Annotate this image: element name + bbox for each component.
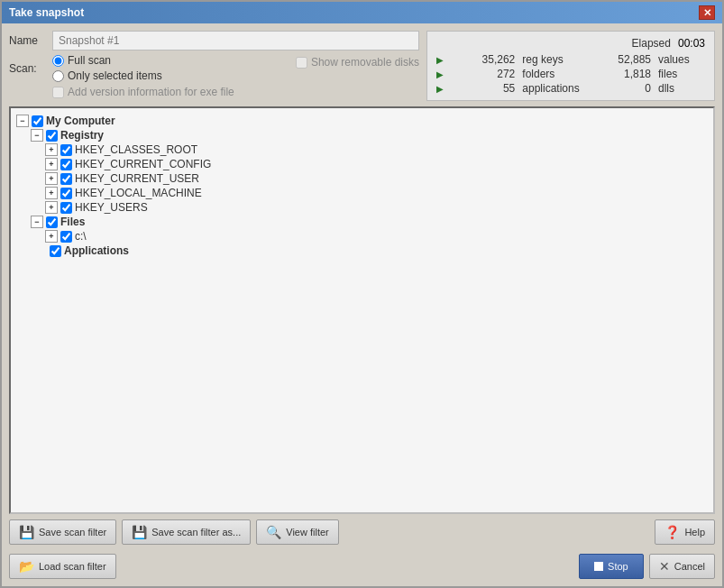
help-icon: ❓ xyxy=(664,525,680,539)
close-button[interactable]: ✕ xyxy=(699,5,715,20)
stat-dlls-label: dlls xyxy=(658,82,705,95)
stop-label: Stop xyxy=(608,561,628,572)
full-scan-option[interactable]: Full scan xyxy=(52,54,162,67)
help-button[interactable]: ❓ Help xyxy=(655,519,715,545)
stat-dlls-num: 0 xyxy=(602,82,651,95)
load-scan-filter-button[interactable]: 📂 Load scan filter xyxy=(9,554,116,579)
add-version-label: Add version information for exe file xyxy=(68,86,234,98)
save-filter-icon: 💾 xyxy=(19,525,34,539)
tree-item-files: − Files xyxy=(16,215,708,229)
left-controls: Name Scan: Full scan xyxy=(9,31,419,101)
expand-registry[interactable]: − xyxy=(31,129,43,142)
scan-outer-row: Scan: Full scan Only selected items xyxy=(9,54,419,82)
stat-regkeys-num: 35,262 xyxy=(466,53,515,66)
view-filter-icon: 🔍 xyxy=(266,525,281,539)
load-filter-label: Load scan filter xyxy=(39,561,106,572)
save-filter-as-icon: 💾 xyxy=(132,525,147,539)
expand-files[interactable]: − xyxy=(31,216,43,228)
label-mycomputer: My Computer xyxy=(46,115,115,127)
stat-files-label: files xyxy=(658,68,705,80)
name-row: Name xyxy=(9,31,419,51)
scan-label: Scan: xyxy=(9,62,45,75)
elapsed-label: Elapsed xyxy=(632,37,671,50)
check-hku[interactable] xyxy=(60,202,72,214)
tree-item-registry: − Registry xyxy=(16,128,708,142)
label-hkcr: HKEY_CLASSES_ROOT xyxy=(75,143,197,156)
arrow-3: ▶ xyxy=(436,84,459,94)
stat-folders-num: 272 xyxy=(466,68,515,80)
selected-items-option[interactable]: Only selected items xyxy=(52,69,162,82)
full-scan-radio[interactable] xyxy=(52,55,64,67)
check-applications[interactable] xyxy=(50,245,61,257)
check-hklm[interactable] xyxy=(60,188,72,199)
check-hkcr[interactable] xyxy=(60,144,72,156)
expand-hklm[interactable]: + xyxy=(45,187,58,199)
title-bar: Take snapshot ✕ xyxy=(2,2,722,23)
cancel-button[interactable]: ✕ Cancel xyxy=(649,554,715,579)
stat-values-label: values xyxy=(658,53,705,66)
arrow-2: ▶ xyxy=(436,69,459,79)
cancel-label: Cancel xyxy=(674,561,705,572)
selected-items-radio[interactable] xyxy=(52,70,64,82)
main-window: Take snapshot ✕ Name Scan: xyxy=(0,0,724,588)
label-files: Files xyxy=(60,216,85,228)
check-registry[interactable] xyxy=(46,130,58,142)
scan-row: Scan: Full scan Only selected items xyxy=(9,54,162,82)
window-title: Take snapshot xyxy=(9,6,84,19)
stat-folders-label: folders xyxy=(522,68,595,80)
save-filter-label: Save scan filter xyxy=(39,527,106,537)
view-filter-label: View filter xyxy=(286,527,328,537)
stats-elapsed-row: Elapsed 00:03 xyxy=(436,37,705,50)
stop-cancel-group: Stop ✕ Cancel xyxy=(579,554,715,579)
check-c-drive[interactable] xyxy=(60,231,72,243)
tree-item-applications: Applications xyxy=(16,243,708,258)
check-files[interactable] xyxy=(46,216,58,228)
check-mycomputer[interactable] xyxy=(32,115,43,127)
top-section: Name Scan: Full scan xyxy=(9,31,715,101)
load-filter-icon: 📂 xyxy=(19,559,34,574)
bottom-row-1: 💾 Save scan filter 💾 Save scan filter as… xyxy=(9,519,715,545)
tree-item-hkcu: + HKEY_CURRENT_USER xyxy=(16,171,708,186)
stop-icon xyxy=(594,562,603,571)
save-filter-as-label: Save scan filter as... xyxy=(151,527,241,537)
stat-apps-num: 55 xyxy=(466,82,515,95)
cancel-icon: ✕ xyxy=(659,559,670,574)
selected-items-label: Only selected items xyxy=(68,69,162,82)
name-input[interactable] xyxy=(52,31,419,51)
label-hku: HKEY_USERS xyxy=(75,201,148,214)
save-scan-filter-as-button[interactable]: 💾 Save scan filter as... xyxy=(122,519,251,545)
add-version-option[interactable]: Add version information for exe file xyxy=(9,86,419,98)
tree-item-hku: + HKEY_USERS xyxy=(16,200,708,215)
content-area: Name Scan: Full scan xyxy=(2,23,722,586)
help-label: Help xyxy=(684,527,705,537)
tree-item-hklm: + HKEY_LOCAL_MACHINE xyxy=(16,186,708,200)
stats-box: Elapsed 00:03 ▶ 35,262 reg keys 52,885 v… xyxy=(426,31,715,101)
show-removable-option[interactable]: Show removable disks xyxy=(296,54,419,69)
tree-item-mycomputer: − My Computer xyxy=(16,114,708,128)
expand-hkcc[interactable]: + xyxy=(45,158,58,170)
label-hkcu: HKEY_CURRENT_USER xyxy=(75,172,199,185)
show-removable-label: Show removable disks xyxy=(311,56,419,69)
expand-c-drive[interactable]: + xyxy=(45,230,58,243)
check-hkcu[interactable] xyxy=(60,173,72,185)
elapsed-value: 00:03 xyxy=(678,37,705,50)
view-filter-button[interactable]: 🔍 View filter xyxy=(256,519,338,545)
stat-regkeys-label: reg keys xyxy=(522,53,595,66)
scan-options: Full scan Only selected items xyxy=(52,54,162,82)
tree-item-c-drive: + c:\ xyxy=(16,229,708,243)
label-hkcc: HKEY_CURRENT_CONFIG xyxy=(75,158,211,170)
show-removable-checkbox[interactable] xyxy=(296,57,307,69)
full-scan-label: Full scan xyxy=(68,54,111,67)
stat-files-num: 1,818 xyxy=(602,68,651,80)
tree-panel[interactable]: − My Computer − Registry + HKEY_CLASSES_… xyxy=(9,106,715,514)
stat-values-num: 52,885 xyxy=(602,53,651,66)
expand-hku[interactable]: + xyxy=(45,201,58,214)
check-hkcc[interactable] xyxy=(60,159,72,170)
stop-button[interactable]: Stop xyxy=(579,554,644,579)
label-hklm: HKEY_LOCAL_MACHINE xyxy=(75,187,202,199)
add-version-checkbox[interactable] xyxy=(52,87,64,98)
expand-hkcr[interactable]: + xyxy=(45,143,58,156)
expand-mycomputer[interactable]: − xyxy=(16,115,29,127)
expand-hkcu[interactable]: + xyxy=(45,172,58,185)
save-scan-filter-button[interactable]: 💾 Save scan filter xyxy=(9,519,116,545)
